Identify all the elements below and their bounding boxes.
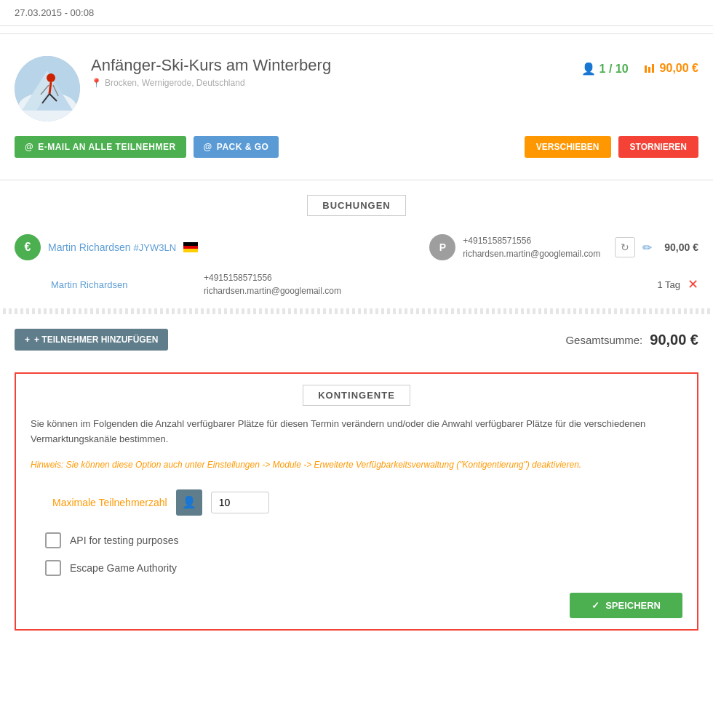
event-location: 📍 Brocken, Wernigerode, Deutschland (91, 78, 570, 88)
svg-point-4 (47, 73, 55, 82)
speichern-button[interactable]: ✓ SPEICHERN (570, 593, 682, 618)
kontingente-section: KONTINGENTE Sie können im Folgenden die … (15, 372, 698, 631)
euro-badge: € (15, 234, 41, 260)
stornieren-button[interactable]: STORNIEREN (618, 136, 698, 158)
location-icon: 📍 (91, 78, 102, 88)
verschieben-button[interactable]: VERSCHIEBEN (525, 136, 611, 158)
sub-booking-contact: +4915158571556 richardsen.martin@googlem… (204, 271, 650, 297)
at-icon-2: @ (204, 142, 212, 152)
svg-rect-12 (652, 64, 654, 73)
total-label: Gesamtsumme: (565, 334, 642, 346)
buchungen-title-container: BUCHUNGEN (0, 195, 713, 216)
kontingente-title-container: KONTINGENTE (16, 385, 697, 406)
kontingente-title: KONTINGENTE (303, 385, 410, 406)
recycle-icon[interactable]: ↻ (615, 237, 635, 257)
booking-amount: 90,00 € (664, 241, 698, 253)
total-section: Gesamtsumme: 90,00 € (565, 332, 698, 348)
edit-button[interactable]: ✏ (641, 239, 653, 256)
event-header: Anfänger-Ski-Kurs am Winterberg 📍 Brocke… (0, 41, 713, 129)
booking-actions: ↻ ✏ (615, 237, 653, 257)
channel-api-row: API for testing purposes (16, 527, 697, 554)
participant-icon: 👤 (176, 489, 202, 516)
german-flag-icon (183, 242, 198, 252)
plus-icon: + (25, 335, 30, 345)
participants-icon: 👤 (581, 62, 596, 76)
kontingente-footer: ✓ SPEICHERN (16, 582, 697, 629)
event-actions: @ E-MAIL AN ALLE TEILNEHMER @ PACK & GO … (0, 129, 713, 172)
svg-line-5 (49, 82, 51, 94)
booking-name-ref: Martin Richardsen #JYW3LN (48, 241, 176, 253)
booking-contact-main: +4915158571556 richardsen.martin@googlem… (463, 234, 600, 260)
booking-ref: #JYW3LN (134, 242, 177, 253)
kontingente-description: Sie können im Folgenden die Anzahl verfü… (16, 413, 697, 455)
person-icon: 👤 (182, 495, 196, 509)
booking-main-row: € Martin Richardsen #JYW3LN P +491515857… (0, 227, 713, 268)
stat-revenue: 90,00 € (643, 62, 698, 76)
event-stats: 👤 1 / 10 90,00 € (581, 56, 698, 76)
payment-badge: P (429, 234, 455, 260)
kontingente-hint: Hinweis: Sie können diese Option auch un… (16, 455, 697, 482)
sub-booking-duration: 1 Tag (657, 279, 680, 290)
pack-go-button[interactable]: @ PACK & GO (194, 136, 279, 158)
zigzag-divider (0, 308, 713, 314)
total-amount: 90,00 € (650, 332, 698, 348)
email-all-button[interactable]: @ E-MAIL AN ALLE TEILNEHMER (15, 136, 186, 158)
channel-ega-label: Escape Game Authority (70, 562, 177, 574)
channel-api-checkbox[interactable] (45, 532, 61, 548)
event-image (15, 56, 80, 121)
event-title: Anfänger-Ski-Kurs am Winterberg (91, 56, 570, 75)
add-participant-button[interactable]: + + TEILNEHMER HINZUFÜGEN (15, 329, 168, 351)
svg-rect-10 (645, 65, 647, 73)
checkmark-icon: ✓ (591, 600, 600, 611)
revenue-icon (643, 62, 656, 76)
event-info: Anfänger-Ski-Kurs am Winterberg 📍 Brocke… (91, 56, 570, 88)
buchungen-title: BUCHUNGEN (307, 195, 406, 216)
pencil-icon: ✏ (642, 241, 652, 254)
channel-ega-row: Escape Game Authority (16, 554, 697, 582)
at-icon: @ (25, 142, 33, 152)
max-participants-label: Maximale Teilnehmerzahl (52, 497, 167, 508)
timestamp: 27.03.2015 - 00:08 (0, 0, 713, 26)
channel-ega-checkbox[interactable] (45, 560, 61, 576)
channel-api-label: API for testing purposes (70, 535, 178, 546)
delete-button[interactable]: ✕ (688, 276, 698, 292)
max-participants-input[interactable] (211, 492, 269, 513)
booking-name: Martin Richardsen (48, 241, 131, 253)
stat-participants: 👤 1 / 10 (581, 62, 629, 76)
max-participants-row: Maximale Teilnehmerzahl 👤 (16, 482, 697, 527)
booking-footer: + + TEILNEHMER HINZUFÜGEN Gesamtsumme: 9… (0, 318, 713, 361)
sub-booking-name: Martin Richardsen (51, 279, 196, 290)
booking-sub-row: Martin Richardsen +4915158571556 richard… (0, 268, 713, 305)
svg-rect-11 (648, 67, 650, 73)
